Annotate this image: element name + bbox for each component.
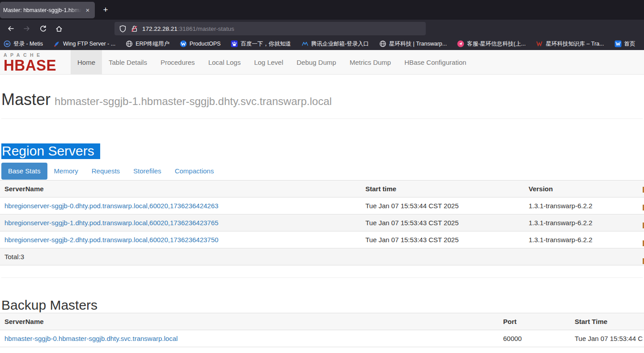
master-hostname: hbmaster-sggjb-1.hbmaster-sggjb.dhty.svc… <box>55 95 332 107</box>
home-button[interactable] <box>52 22 66 35</box>
bookmark-knowledge-base[interactable]: 星环科技知识库 – Tra... <box>536 40 604 48</box>
shield-icon[interactable] <box>119 25 127 33</box>
globe-icon <box>126 40 133 47</box>
bookmark-label: 登录 - Metis <box>13 40 43 48</box>
bookmark-label: ERP终端用户 <box>136 40 169 48</box>
table-header-row: ServerName Start time Version <box>0 181 644 198</box>
hbase-master-status-page: APACHE HBASE Home Table Details Procedur… <box>0 50 644 353</box>
page-title: Masterhbmaster-sggjb-1.hbmaster-sggjb.dh… <box>1 91 643 110</box>
bookmark-label: ProductOPS <box>190 41 220 47</box>
backup-master-link[interactable]: hbmaster-sggjb-0.hbmaster-sggjb.dhty.svc… <box>4 335 178 342</box>
col-servername: ServerName <box>0 181 361 198</box>
navigation-toolbar: 172.22.28.21:31861/master-status <box>0 20 644 38</box>
transwarp-red-flame-icon <box>536 40 543 47</box>
transwarp-blue-square-icon <box>614 40 622 47</box>
nav-item-local-logs[interactable]: Local Logs <box>202 50 248 74</box>
new-tab-button[interactable]: + <box>99 4 112 16</box>
browser-window: Master: hbmaster-sggjb-1.hbma × + 172.22… <box>0 0 644 353</box>
hbase-logo[interactable]: APACHE HBASE <box>0 50 71 74</box>
col-version: Version <box>524 181 644 198</box>
start-time-cell: Tue Jan 07 15:53:43 CST 2025 <box>361 214 524 231</box>
divider <box>1 118 643 119</box>
region-servers-heading: Region Servers <box>1 143 643 158</box>
bookmark-label: 首页 <box>624 40 636 48</box>
nav-item-hbase-configuration[interactable]: HBase Configuration <box>398 50 473 74</box>
region-servers-heading-text-selected: Region Servers <box>1 143 100 159</box>
nav-item-procedures[interactable]: Procedures <box>154 50 202 74</box>
svg-text:M: M <box>6 42 9 46</box>
metis-icon: M <box>4 40 11 47</box>
start-time-cell: Tue Jan 07 15:53:44 C <box>570 330 644 347</box>
col-start-time: Start Time <box>570 313 644 330</box>
forward-button[interactable] <box>20 22 34 35</box>
tab-strip: Master: hbmaster-sggjb-1.hbma × + <box>0 0 644 20</box>
bookmark-transwarp-site[interactable]: 星环科技 | Transwarp... <box>379 40 447 48</box>
tab-requests[interactable]: Requests <box>85 163 127 180</box>
bookmark-metis[interactable]: M 登录 - Metis <box>4 40 43 48</box>
col-start-time: Start time <box>361 181 524 198</box>
nav-item-table-details[interactable]: Table Details <box>102 50 154 74</box>
region-servers-table-wrap: ServerName Start time Version hbregionse… <box>0 180 644 265</box>
lock-insecure-icon[interactable] <box>131 25 138 33</box>
bookmark-wing-ftp[interactable]: Wing FTP Server - ... <box>53 40 115 47</box>
master-title: Master <box>1 90 51 109</box>
backup-masters-table: ServerName Port Start Time hbmaster-sggj… <box>0 313 644 347</box>
browser-tab[interactable]: Master: hbmaster-sggjb-1.hbma × <box>0 2 95 18</box>
bookmark-label: 百度一下，你就知道 <box>241 40 291 48</box>
bookmark-label: 星环科技 | Transwarp... <box>389 40 447 48</box>
back-button[interactable] <box>4 22 18 35</box>
back-arrow-icon <box>7 25 15 32</box>
bookmark-productops[interactable]: ProductOPS <box>180 40 220 47</box>
regionserver-link[interactable]: hbregionserver-sggjb-1.dhty.pod.transwar… <box>4 219 218 227</box>
bookmark-homepage[interactable]: 首页 <box>614 40 636 48</box>
version-cell: 1.3.1-transwarp-6.2.2 <box>524 231 644 248</box>
col-servername: ServerName <box>0 313 499 330</box>
forward-arrow-icon <box>23 25 31 32</box>
nav-item-debug-dump[interactable]: Debug Dump <box>290 50 343 74</box>
bookmark-baidu[interactable]: 百度一下，你就知道 <box>231 40 291 48</box>
tab-base-stats[interactable]: Base Stats <box>1 163 47 180</box>
region-servers-table: ServerName Start time Version hbregionse… <box>0 180 644 265</box>
globe-icon <box>379 40 386 47</box>
tab-compactions[interactable]: Compactions <box>168 163 221 180</box>
hbase-logo-hbase-text: HBASE <box>4 57 67 73</box>
table-total-row: Total:3 <box>0 248 644 265</box>
transwarp-blue-circle-icon <box>180 40 187 47</box>
regionserver-link[interactable]: hbregionserver-sggjb-2.dhty.pod.transwar… <box>4 236 218 244</box>
bookmark-support[interactable]: 客服-星环信息科技(上... <box>457 40 525 48</box>
reload-icon <box>39 25 47 33</box>
divider <box>1 277 643 278</box>
hbase-navbar: APACHE HBASE Home Table Details Procedur… <box>0 50 644 75</box>
baidu-paw-icon <box>231 40 238 47</box>
tab-memory[interactable]: Memory <box>47 163 85 180</box>
table-row: hbregionserver-sggjb-0.dhty.pod.transwar… <box>0 198 644 214</box>
nav-item-home[interactable]: Home <box>71 50 102 74</box>
nav-item-metrics-dump[interactable]: Metrics Dump <box>343 50 398 74</box>
bookmarks-bar: M 登录 - Metis Wing FTP Server - ... ERP终端… <box>0 38 644 50</box>
regionserver-link[interactable]: hbregionserver-sggjb-0.dhty.pod.transwar… <box>4 202 218 210</box>
start-time-cell: Tue Jan 07 15:53:44 CST 2025 <box>361 198 524 214</box>
table-row: hbmaster-sggjb-0.hbmaster-sggjb.dhty.svc… <box>0 330 644 347</box>
port-cell: 60000 <box>499 330 570 347</box>
reload-button[interactable] <box>36 22 50 35</box>
url-path: :31861/master-status <box>178 25 234 32</box>
region-servers-tabs: Base Stats Memory Requests Storefiles Co… <box>1 163 643 180</box>
nav-item-log-level[interactable]: Log Level <box>247 50 290 74</box>
url-host: 172.22.28.21 <box>142 25 178 32</box>
url-bar[interactable]: 172.22.28.21:31861/master-status <box>114 22 426 35</box>
bookmark-label: 腾讯企业邮箱-登录入口 <box>311 40 369 48</box>
home-icon <box>55 25 63 33</box>
version-cell: 1.3.1-transwarp-6.2.2 <box>524 214 644 231</box>
tab-close-icon[interactable]: × <box>83 6 92 15</box>
start-time-cell: Tue Jan 07 15:53:43 CST 2025 <box>361 231 524 248</box>
bookmark-erp[interactable]: ERP终端用户 <box>126 40 169 48</box>
url-text: 172.22.28.21:31861/master-status <box>142 25 234 32</box>
tab-storefiles[interactable]: Storefiles <box>127 163 168 180</box>
version-cell: 1.3.1-transwarp-6.2.2 <box>524 198 644 214</box>
bookmark-tencent-exmail[interactable]: 腾讯企业邮箱-登录入口 <box>301 40 369 48</box>
table-row: hbregionserver-sggjb-1.dhty.pod.transwar… <box>0 214 644 231</box>
total-cell: Total:3 <box>0 248 644 265</box>
chat-pink-icon <box>457 40 464 47</box>
wing-ftp-icon <box>53 40 60 47</box>
backup-masters-heading: Backup Masters <box>1 298 643 312</box>
